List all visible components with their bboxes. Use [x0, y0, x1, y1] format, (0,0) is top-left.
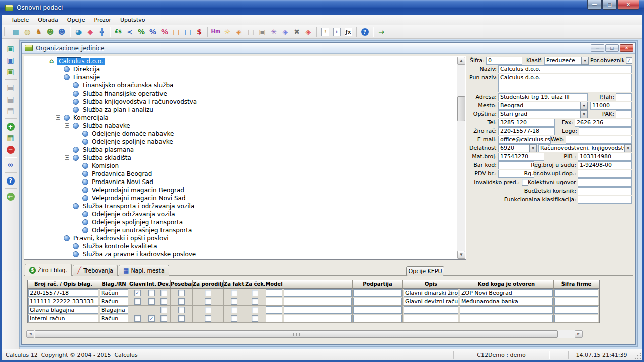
column-header[interactable]: Poseban — [171, 280, 193, 289]
cell[interactable] — [157, 306, 171, 314]
scroll-up-icon[interactable]: ▲ — [457, 57, 465, 65]
globe-button[interactable]: ◕ — [73, 26, 84, 37]
cell[interactable] — [245, 314, 265, 323]
checkbox[interactable] — [205, 290, 211, 296]
cell[interactable]: ✓ — [146, 314, 157, 323]
scroll-right-icon[interactable]: ► — [575, 330, 583, 338]
gear-button[interactable]: ✳ — [268, 26, 279, 37]
tree-item[interactable]: Odeljenje spoljnjeg transporta — [24, 218, 456, 226]
cell[interactable] — [265, 297, 283, 306]
cell[interactable] — [157, 297, 171, 306]
tab-trebovanja[interactable]: ╱Trebovanja — [73, 265, 118, 276]
logo-input[interactable] — [579, 127, 632, 135]
back-button[interactable]: ← — [5, 191, 17, 202]
cell[interactable]: Račun — [99, 289, 129, 297]
help-button[interactable]: ? — [5, 175, 17, 187]
por-obveznik-checkbox[interactable]: ✓ — [626, 57, 632, 64]
tree-item[interactable]: Služba za pravne i kadrovske poslove — [24, 250, 456, 258]
expander-minus-icon[interactable]: − — [56, 115, 60, 120]
cell[interactable] — [157, 314, 171, 323]
cell[interactable]: 111111-22222-333333 — [28, 297, 99, 306]
tab-ziro-i-blag[interactable]: $Žiro i blag. — [25, 264, 72, 276]
budzetski-input[interactable] — [578, 187, 632, 195]
naziv-input[interactable]: Calculus d.o.o. — [498, 65, 632, 73]
column-header[interactable]: Za ček. — [245, 280, 265, 289]
chair-button[interactable]: ♞ — [33, 26, 44, 37]
column-header[interactable] — [283, 280, 353, 289]
cell[interactable] — [224, 289, 245, 297]
expander-minus-icon[interactable]: − — [65, 155, 69, 160]
column-header[interactable]: Za fakt. — [224, 280, 245, 289]
column-header[interactable]: Blag./RN — [99, 280, 129, 289]
notebook-bulb-button[interactable]: ▤ — [245, 26, 256, 37]
cell[interactable]: Interni račun — [28, 314, 99, 323]
checkbox[interactable] — [252, 307, 258, 313]
cell[interactable] — [554, 314, 599, 323]
checkbox[interactable] — [205, 298, 211, 305]
cell[interactable] — [171, 314, 193, 323]
tree-item[interactable]: ⌂Calculus d.o.o. — [24, 57, 456, 65]
rg-br-input[interactable] — [578, 170, 632, 178]
cell[interactable] — [171, 297, 193, 306]
scroll-left-icon[interactable]: ◄ — [26, 330, 34, 338]
mesto-combo[interactable]: Beograd ▼ — [498, 102, 588, 110]
checkbox[interactable] — [252, 290, 258, 296]
pak-input[interactable] — [616, 110, 632, 118]
cell[interactable] — [193, 314, 224, 323]
checkbox[interactable]: ✓ — [134, 290, 141, 296]
cell[interactable] — [265, 306, 283, 314]
branch-button[interactable]: ≺ — [124, 26, 135, 37]
klasif-dropdown-icon[interactable]: ▼ — [581, 57, 589, 65]
tag-red-button[interactable]: ◈ — [303, 26, 314, 37]
tree-item[interactable]: Prodavnica Novi Sad — [24, 178, 456, 186]
delatnost-naziv-combo[interactable]: Računovodstveni, knjigovodstven ▼ — [538, 144, 632, 152]
mat-broj-input[interactable]: 17543270 — [498, 153, 544, 161]
mesto-dropdown-icon[interactable]: ▼ — [580, 102, 588, 110]
pfah-input[interactable] — [616, 93, 632, 101]
sifra-input[interactable]: 0 — [486, 57, 522, 65]
checkbox[interactable]: ✓ — [148, 315, 155, 322]
bulb-button[interactable]: ☼ — [222, 26, 233, 37]
inner-titlebar[interactable]: Organizacione jedinice — □ × — [22, 43, 635, 54]
cell[interactable]: Račun — [99, 314, 129, 323]
tab-napl-mesta[interactable]: ▦Napl. mesta — [119, 265, 169, 276]
tree-item[interactable]: Služba finansijske operative — [24, 89, 456, 98]
delatnost-naziv-value[interactable]: Računovodstveni, knjigovodstven — [538, 144, 624, 152]
cell[interactable] — [224, 314, 245, 323]
cell[interactable] — [157, 289, 171, 297]
org-chart-button[interactable]: ▦ — [10, 26, 21, 37]
kolektivni-input[interactable] — [578, 178, 632, 187]
doc-warning-button[interactable]: ! — [319, 26, 331, 37]
checkbox[interactable] — [178, 290, 185, 296]
cell[interactable] — [353, 314, 403, 323]
ledger-dollar-button[interactable]: $ — [194, 26, 205, 37]
checkbox[interactable] — [205, 307, 211, 313]
cell[interactable] — [245, 306, 265, 314]
cell[interactable] — [224, 306, 245, 314]
cell[interactable]: ZOP Novi Beograd — [459, 289, 554, 297]
cell[interactable] — [129, 314, 146, 323]
search-button[interactable]: ∞ — [5, 159, 17, 171]
inner-minimize-button[interactable]: — — [591, 44, 604, 52]
maximize-button[interactable]: □ — [602, 0, 617, 10]
inner-close-button[interactable]: × — [620, 44, 633, 52]
checkbox[interactable] — [148, 298, 155, 305]
expander-minus-icon[interactable]: − — [56, 236, 60, 240]
delatnost-naziv-dropdown-icon[interactable]: ▼ — [624, 144, 632, 152]
column-header[interactable]: Šifra firme — [554, 280, 599, 289]
add-node-button[interactable]: ▦ — [5, 132, 17, 144]
tree-item[interactable]: Prodavnica Beograd — [24, 170, 456, 178]
checkbox[interactable] — [160, 290, 167, 296]
cell[interactable] — [245, 289, 265, 297]
cell[interactable] — [224, 297, 245, 306]
checkbox[interactable] — [231, 290, 237, 296]
checkbox[interactable] — [252, 315, 258, 322]
column-header[interactable]: Kod koga je otvoren — [459, 280, 554, 289]
column-header[interactable]: Za porodilje — [193, 280, 224, 289]
menu-prozor[interactable]: Prozor — [89, 16, 115, 24]
opstina-value[interactable]: Stari grad — [498, 110, 580, 118]
hm-button[interactable]: Hm — [210, 26, 221, 37]
cell[interactable] — [171, 289, 193, 297]
globe-warning-button[interactable]: ◍ — [22, 26, 33, 37]
cell[interactable]: Račun — [99, 297, 129, 306]
